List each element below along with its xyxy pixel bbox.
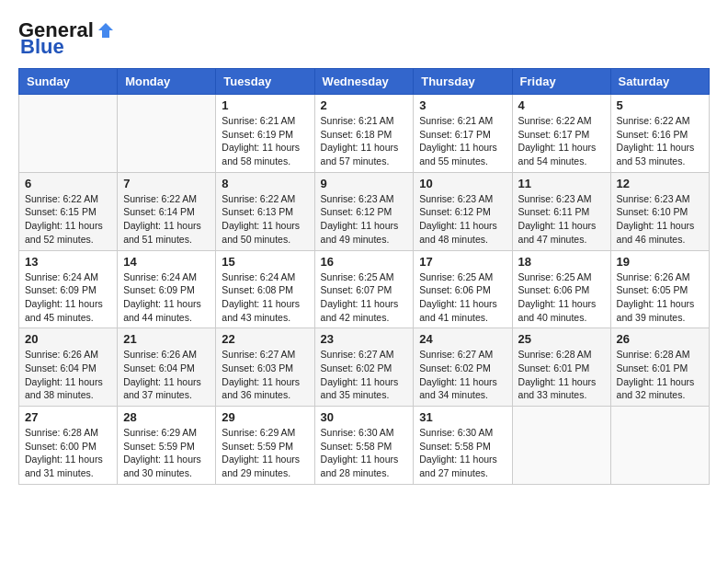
calendar-week-row: 20Sunrise: 6:26 AM Sunset: 6:04 PM Dayli… [19,328,710,407]
calendar-week-row: 27Sunrise: 6:28 AM Sunset: 6:00 PM Dayli… [19,407,710,485]
day-number: 12 [617,177,703,190]
day-info: Sunrise: 6:30 AM Sunset: 5:58 PM Dayligh… [419,426,506,480]
day-number: 22 [222,332,308,346]
day-info: Sunrise: 6:21 AM Sunset: 6:17 PM Dayligh… [419,114,506,168]
day-number: 25 [518,332,605,346]
calendar-cell: 11Sunrise: 6:23 AM Sunset: 6:11 PM Dayli… [512,172,610,250]
calendar-cell: 8Sunrise: 6:22 AM Sunset: 6:13 PM Daylig… [216,172,314,250]
calendar-cell: 26Sunrise: 6:28 AM Sunset: 6:01 PM Dayli… [610,328,709,407]
day-number: 7 [123,177,210,190]
day-number: 26 [617,332,703,346]
calendar-cell: 24Sunrise: 6:27 AM Sunset: 6:02 PM Dayli… [414,328,512,407]
calendar-cell: 16Sunrise: 6:25 AM Sunset: 6:07 PM Dayli… [314,250,414,328]
calendar-table: SundayMondayTuesdayWednesdayThursdayFrid… [18,68,710,485]
calendar-cell: 25Sunrise: 6:28 AM Sunset: 6:01 PM Dayli… [512,328,610,407]
calendar-cell: 31Sunrise: 6:30 AM Sunset: 5:58 PM Dayli… [414,407,512,485]
day-number: 17 [419,255,506,269]
day-info: Sunrise: 6:29 AM Sunset: 5:59 PM Dayligh… [222,426,308,480]
calendar-cell: 4Sunrise: 6:22 AM Sunset: 6:17 PM Daylig… [512,95,610,173]
day-number: 27 [25,410,111,424]
day-number: 4 [518,98,605,112]
day-info: Sunrise: 6:27 AM Sunset: 6:03 PM Dayligh… [222,348,308,402]
day-info: Sunrise: 6:28 AM Sunset: 6:01 PM Dayligh… [518,348,605,402]
day-info: Sunrise: 6:23 AM Sunset: 6:12 PM Dayligh… [321,192,408,247]
day-number: 9 [321,177,408,190]
logo: General Blue [18,18,116,59]
day-number: 18 [518,255,605,269]
day-info: Sunrise: 6:28 AM Sunset: 6:01 PM Dayligh… [617,348,703,402]
day-info: Sunrise: 6:23 AM Sunset: 6:10 PM Dayligh… [617,192,703,247]
calendar-cell: 14Sunrise: 6:24 AM Sunset: 6:09 PM Dayli… [118,250,216,328]
day-info: Sunrise: 6:27 AM Sunset: 6:02 PM Dayligh… [419,348,506,402]
calendar-cell: 29Sunrise: 6:29 AM Sunset: 5:59 PM Dayli… [216,407,314,485]
day-info: Sunrise: 6:25 AM Sunset: 6:06 PM Dayligh… [419,270,506,325]
day-number: 31 [419,410,506,424]
calendar-cell: 17Sunrise: 6:25 AM Sunset: 6:06 PM Dayli… [414,250,512,328]
day-info: Sunrise: 6:22 AM Sunset: 6:15 PM Dayligh… [25,192,111,247]
calendar-cell: 23Sunrise: 6:27 AM Sunset: 6:02 PM Dayli… [314,328,414,407]
day-info: Sunrise: 6:22 AM Sunset: 6:13 PM Dayligh… [222,192,308,247]
calendar-cell [19,95,118,173]
calendar-cell: 20Sunrise: 6:26 AM Sunset: 6:04 PM Dayli… [19,328,118,407]
day-number: 6 [25,177,111,190]
day-number: 21 [123,332,210,346]
column-header-sunday: Sunday [19,69,118,95]
day-info: Sunrise: 6:29 AM Sunset: 5:59 PM Dayligh… [123,426,210,480]
day-info: Sunrise: 6:27 AM Sunset: 6:02 PM Dayligh… [321,348,408,402]
logo-blue-text: Blue [20,35,64,59]
calendar-cell: 7Sunrise: 6:22 AM Sunset: 6:14 PM Daylig… [118,172,216,250]
column-header-wednesday: Wednesday [314,69,414,95]
day-info: Sunrise: 6:28 AM Sunset: 6:00 PM Dayligh… [25,426,111,480]
day-number: 1 [222,98,308,112]
calendar-cell: 10Sunrise: 6:23 AM Sunset: 6:12 PM Dayli… [414,172,512,250]
calendar-cell: 15Sunrise: 6:24 AM Sunset: 6:08 PM Dayli… [216,250,314,328]
day-number: 3 [419,98,506,112]
calendar-cell: 13Sunrise: 6:24 AM Sunset: 6:09 PM Dayli… [19,250,118,328]
calendar-cell: 3Sunrise: 6:21 AM Sunset: 6:17 PM Daylig… [414,95,512,173]
day-number: 20 [25,332,111,346]
calendar-cell: 12Sunrise: 6:23 AM Sunset: 6:10 PM Dayli… [610,172,709,250]
calendar-cell [512,407,610,485]
day-info: Sunrise: 6:22 AM Sunset: 6:14 PM Dayligh… [123,192,210,247]
calendar-cell [118,95,216,173]
day-info: Sunrise: 6:24 AM Sunset: 6:09 PM Dayligh… [25,270,111,325]
day-number: 15 [222,255,308,269]
calendar-cell: 28Sunrise: 6:29 AM Sunset: 5:59 PM Dayli… [118,407,216,485]
calendar-cell: 6Sunrise: 6:22 AM Sunset: 6:15 PM Daylig… [19,172,118,250]
column-header-thursday: Thursday [414,69,512,95]
day-info: Sunrise: 6:23 AM Sunset: 6:12 PM Dayligh… [419,192,506,247]
day-number: 8 [222,177,308,190]
calendar-week-row: 6Sunrise: 6:22 AM Sunset: 6:15 PM Daylig… [19,172,710,250]
calendar-cell: 19Sunrise: 6:26 AM Sunset: 6:05 PM Dayli… [610,250,709,328]
calendar-cell: 30Sunrise: 6:30 AM Sunset: 5:58 PM Dayli… [314,407,414,485]
page-header: General Blue [18,18,710,59]
day-number: 30 [321,410,408,424]
logo-icon [97,21,115,40]
day-number: 13 [25,255,111,269]
calendar-cell: 1Sunrise: 6:21 AM Sunset: 6:19 PM Daylig… [216,95,314,173]
calendar-week-row: 13Sunrise: 6:24 AM Sunset: 6:09 PM Dayli… [19,250,710,328]
day-info: Sunrise: 6:30 AM Sunset: 5:58 PM Dayligh… [321,426,408,480]
calendar-week-row: 1Sunrise: 6:21 AM Sunset: 6:19 PM Daylig… [19,95,710,173]
calendar-cell: 18Sunrise: 6:25 AM Sunset: 6:06 PM Dayli… [512,250,610,328]
day-info: Sunrise: 6:21 AM Sunset: 6:19 PM Dayligh… [222,114,308,168]
day-info: Sunrise: 6:26 AM Sunset: 6:04 PM Dayligh… [123,348,210,402]
day-number: 16 [321,255,408,269]
calendar-cell: 27Sunrise: 6:28 AM Sunset: 6:00 PM Dayli… [19,407,118,485]
day-info: Sunrise: 6:26 AM Sunset: 6:04 PM Dayligh… [25,348,111,402]
calendar-cell: 22Sunrise: 6:27 AM Sunset: 6:03 PM Dayli… [216,328,314,407]
day-number: 28 [123,410,210,424]
column-header-saturday: Saturday [610,69,709,95]
day-info: Sunrise: 6:22 AM Sunset: 6:17 PM Dayligh… [518,114,605,168]
svg-marker-0 [98,23,113,38]
calendar-cell: 9Sunrise: 6:23 AM Sunset: 6:12 PM Daylig… [314,172,414,250]
day-number: 10 [419,177,506,190]
column-header-friday: Friday [512,69,610,95]
day-info: Sunrise: 6:25 AM Sunset: 6:07 PM Dayligh… [321,270,408,325]
day-number: 23 [321,332,408,346]
day-number: 24 [419,332,506,346]
day-info: Sunrise: 6:21 AM Sunset: 6:18 PM Dayligh… [321,114,408,168]
calendar-cell: 2Sunrise: 6:21 AM Sunset: 6:18 PM Daylig… [314,95,414,173]
day-number: 5 [617,98,703,112]
day-info: Sunrise: 6:24 AM Sunset: 6:08 PM Dayligh… [222,270,308,325]
